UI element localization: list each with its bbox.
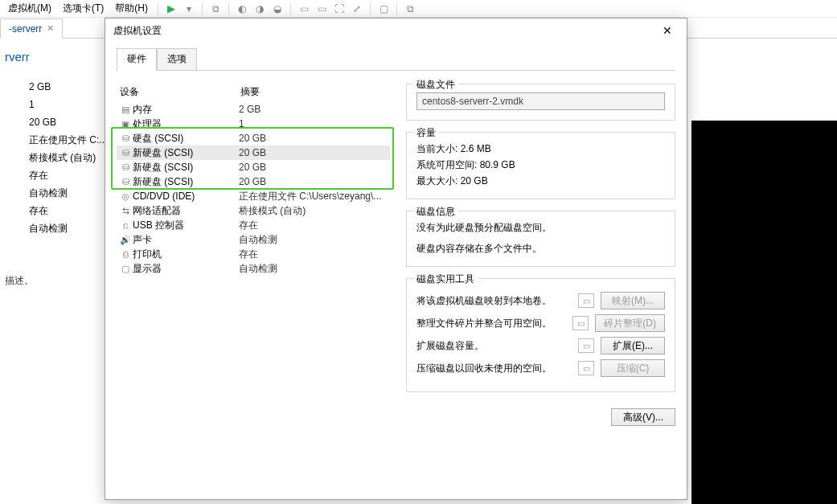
menu-vm[interactable]: 虚拟机(M) — [3, 0, 56, 17]
dropdown-icon[interactable]: ▾ — [181, 1, 197, 17]
sound-icon: 🔊 — [118, 235, 133, 245]
cd-icon: ◎ — [118, 191, 133, 202]
group-disk-utilities: 磁盘实用工具 将该虚拟机磁盘映射到本地卷。 ▭ 映射(M)... 整理文件碎片并… — [406, 278, 675, 392]
toolbar-icon-10[interactable]: ⧉ — [402, 1, 418, 17]
memory-icon: ▤ — [118, 104, 133, 115]
capacity-free: 系统可用空间: 80.9 GB — [416, 157, 665, 173]
legend-disk-info: 磁盘信息 — [413, 205, 458, 219]
compact-button[interactable]: 压缩(C) — [601, 359, 665, 377]
disk-info-1: 没有为此硬盘预分配磁盘空间。 — [416, 219, 665, 236]
tab-options[interactable]: 选项 — [157, 48, 197, 71]
hw-row-newdisk-2[interactable]: ⛁ 新硬盘 (SCSI) 20 GB — [117, 160, 390, 174]
toolbar-icon-5[interactable]: ▭ — [296, 1, 312, 17]
toolbar-icon-1[interactable]: ⧉ — [207, 1, 224, 17]
advanced-button[interactable]: 高级(V)... — [611, 408, 675, 426]
hw-row-memory[interactable]: ▤ 内存 2 GB — [117, 102, 390, 117]
dialog-close-button[interactable]: ✕ — [654, 22, 680, 39]
hw-row-usb[interactable]: ⎌ USB 控制器 存在 — [117, 218, 390, 232]
hdd-icon: ⛁ — [118, 162, 133, 173]
hw-row-sound[interactable]: 🔊 声卡 自动检测 — [117, 232, 390, 247]
disk-info-2: 硬盘内容存储在多个文件中。 — [416, 240, 665, 256]
help-icon[interactable]: ▭ — [578, 293, 594, 308]
hw-row-newdisk-1[interactable]: ⛁ 新硬盘 (SCSI) 20 GB — [117, 145, 390, 160]
toolbar-icon-9[interactable]: ▢ — [375, 1, 392, 17]
toolbar-icon-3[interactable]: ◑ — [252, 1, 268, 17]
capacity-current: 当前大小: 2.6 MB — [416, 141, 665, 157]
util-defrag-text: 整理文件碎片并整合可用空间。 — [416, 317, 566, 330]
defrag-button[interactable]: 碎片整理(D) — [595, 314, 665, 332]
toolbar-icon-7[interactable]: ⛶ — [331, 1, 347, 17]
capacity-max: 最大大小: 20 GB — [416, 173, 665, 189]
hw-row-newdisk-3[interactable]: ⛁ 新硬盘 (SCSI) 20 GB — [117, 174, 390, 189]
toolbar-icon-4[interactable]: ◒ — [269, 1, 285, 17]
group-capacity: 容量 当前大小: 2.6 MB 系统可用空间: 80.9 GB 最大大小: 20… — [406, 132, 675, 199]
toolbar-icon-2[interactable]: ◐ — [234, 1, 250, 17]
help-icon[interactable]: ▭ — [578, 361, 594, 375]
legend-utilities: 磁盘实用工具 — [413, 272, 478, 286]
help-icon[interactable]: ▭ — [572, 316, 589, 330]
col-device: 设备 — [120, 85, 240, 99]
menubar: 虚拟机(M) 选项卡(T) 帮助(H) ▶ ▾ ⧉ ◐ ◑ ◒ ▭ ▭ ⛶ ⤢ … — [0, 0, 837, 18]
vm-console-backdrop — [691, 121, 837, 504]
map-button[interactable]: 映射(M)... — [601, 292, 665, 309]
expand-button[interactable]: 扩展(E)... — [601, 337, 665, 354]
network-icon: ⇆ — [118, 206, 133, 216]
disk-file-field[interactable]: centos8-serverr-2.vmdk — [416, 92, 665, 110]
toolbar-icon-6[interactable]: ▭ — [314, 1, 330, 17]
tab-server[interactable]: -serverr ✕ — [0, 18, 63, 39]
vm-settings-dialog: 虚拟机设置 ✕ 硬件 选项 设备 摘要 ▤ 内存 2 GB ▣ — [105, 18, 687, 500]
hw-row-cpu[interactable]: ▣ 处理器 1 — [117, 117, 390, 131]
toolbar-icon-8[interactable]: ⤢ — [349, 1, 365, 17]
hw-row-disk[interactable]: ⛁ 硬盘 (SCSI) 20 GB — [117, 131, 390, 145]
group-disk-file: 磁盘文件 centos8-serverr-2.vmdk — [406, 84, 675, 121]
hw-row-cddvd[interactable]: ◎ CD/DVD (IDE) 正在使用文件 C:\Users\zeyang\..… — [117, 189, 390, 203]
group-disk-info: 磁盘信息 没有为此硬盘预分配磁盘空间。 硬盘内容存储在多个文件中。 — [406, 211, 675, 267]
legend-disk-file: 磁盘文件 — [413, 78, 458, 92]
usb-icon: ⎌ — [118, 220, 133, 230]
close-icon[interactable]: ✕ — [47, 23, 54, 34]
cpu-icon: ▣ — [118, 119, 133, 129]
dialog-title: 虚拟机设置 — [113, 24, 162, 38]
hdd-icon: ⛁ — [118, 133, 133, 144]
util-expand-text: 扩展磁盘容量。 — [416, 339, 572, 353]
play-icon[interactable]: ▶ — [163, 1, 179, 17]
help-icon[interactable]: ▭ — [578, 338, 594, 353]
tab-label: -serverr — [9, 23, 42, 35]
legend-capacity: 容量 — [413, 126, 439, 140]
col-summary: 摘要 — [240, 85, 260, 99]
tab-hardware[interactable]: 硬件 — [117, 48, 157, 71]
hw-row-display[interactable]: ▢ 显示器 自动检测 — [117, 261, 390, 276]
menu-help[interactable]: 帮助(H) — [110, 0, 153, 17]
menu-tabs[interactable]: 选项卡(T) — [58, 0, 109, 17]
printer-icon: ⎙ — [118, 249, 133, 259]
util-compact-text: 压缩磁盘以回收未使用的空间。 — [416, 362, 572, 375]
hw-row-printer[interactable]: ⎙ 打印机 存在 — [117, 247, 390, 261]
hw-row-network[interactable]: ⇆ 网络适配器 桥接模式 (自动) — [117, 203, 390, 218]
hardware-list: 设备 摘要 ▤ 内存 2 GB ▣ 处理器 1 ⛁ 硬盘 (SCSI) 20 G… — [117, 84, 390, 491]
display-icon: ▢ — [118, 264, 133, 274]
hdd-icon: ⛁ — [118, 148, 133, 158]
util-map-text: 将该虚拟机磁盘映射到本地卷。 — [416, 294, 572, 308]
hdd-icon: ⛁ — [118, 177, 133, 187]
